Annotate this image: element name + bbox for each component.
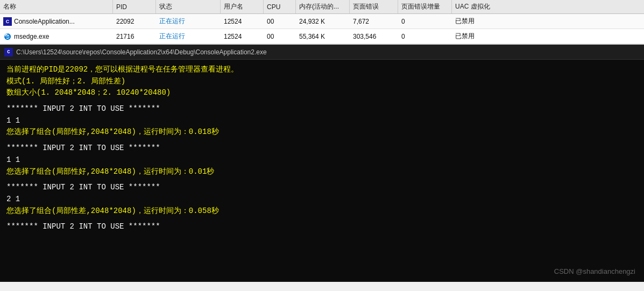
col-cpu[interactable]: CPU	[264, 0, 296, 13]
console-line	[6, 99, 638, 103]
cell-memory: 55,364 K	[296, 29, 350, 44]
console-titlebar-icon: C	[4, 48, 13, 56]
cell-process-name: msedge.exe	[0, 29, 113, 44]
console-line: 您选择了组合(局部性好,2048*2048)，运行时间为：0.01秒	[6, 166, 638, 178]
cell-status: 正在运行	[156, 29, 221, 44]
console-line	[6, 138, 638, 143]
console-line: 1 1	[6, 154, 638, 166]
cell-username: 12524	[221, 29, 264, 44]
cell-page-fault: 7,672	[350, 14, 398, 29]
console-line: 2 1	[6, 194, 638, 205]
console-line: 您选择了组合(局部性差,2048*2048)，运行时间为：0.058秒	[6, 205, 638, 217]
cell-memory: 24,932 K	[296, 14, 350, 29]
console-line: 您选择了组合(局部性好,2048*2048)，运行时间为：0.018秒	[6, 126, 638, 138]
cell-page-fault: 303,546	[350, 29, 398, 44]
console-body: 当前进程的PID是22092，您可以根据进程号在任务管理器查看进程。模式(1. …	[0, 60, 644, 237]
cell-cpu: 00	[264, 14, 296, 29]
console-line: ******* INPUT 2 INT TO USE *******	[6, 182, 638, 194]
console-line	[6, 217, 638, 221]
col-name[interactable]: 名称	[0, 0, 113, 13]
cell-page-fault-delta: 0	[398, 29, 452, 44]
cell-uac: 已禁用	[452, 14, 495, 29]
console-titlebar: C C:\Users\12524\source\repos\ConsoleApp…	[0, 45, 644, 60]
col-status[interactable]: 状态	[156, 0, 221, 13]
console-line: 当前进程的PID是22092，您可以根据进程号在任务管理器查看进程。	[6, 64, 638, 76]
col-page-fault[interactable]: 页面错误	[350, 0, 398, 13]
table-row[interactable]: C ConsoleApplication... 22092 正在运行 12524…	[0, 14, 644, 29]
table-row[interactable]: msedge.exe 21716 正在运行 12524 00 55,364 K …	[0, 29, 644, 44]
col-memory[interactable]: 内存(活动的...	[296, 0, 350, 13]
console-line: 模式(1. 局部性好；2. 局部性差)	[6, 76, 638, 88]
console-app-icon: C	[3, 17, 12, 26]
cell-page-fault-delta: 0	[398, 14, 452, 29]
cell-status: 正在运行	[156, 14, 221, 29]
col-pid[interactable]: PID	[113, 0, 156, 13]
table-header-row: 名称 PID 状态 用户名 CPU 内存(活动的... 页面错误 页面错误增量 …	[0, 0, 644, 14]
col-uac[interactable]: UAC 虚拟化	[452, 0, 495, 13]
console-window: C C:\Users\12524\source\repos\ConsoleApp…	[0, 45, 644, 282]
col-page-fault-delta[interactable]: 页面错误增量	[398, 0, 452, 13]
cell-pid: 22092	[113, 14, 156, 29]
console-line	[6, 178, 638, 182]
cell-process-name: C ConsoleApplication...	[0, 14, 113, 29]
cell-pid: 21716	[113, 29, 156, 44]
svg-point-0	[4, 33, 11, 39]
console-line: ******* INPUT 2 INT TO USE *******	[6, 143, 638, 154]
edge-app-icon	[3, 32, 12, 41]
task-manager-table: 名称 PID 状态 用户名 CPU 内存(活动的... 页面错误 页面错误增量 …	[0, 0, 644, 45]
console-line: 数组大小(1. 2048*2048；2. 10240*20480)	[6, 87, 638, 99]
console-line: ******* INPUT 2 INT TO USE *******	[6, 221, 638, 233]
cell-cpu: 00	[264, 29, 296, 44]
watermark: CSDN @shandianchengzi	[554, 267, 635, 275]
col-username[interactable]: 用户名	[221, 0, 264, 13]
cell-username: 12524	[221, 14, 264, 29]
console-title-text: C:\Users\12524\source\repos\ConsoleAppli…	[16, 48, 267, 56]
console-line: ******* INPUT 2 INT TO USE *******	[6, 103, 638, 115]
console-line: 1 1	[6, 115, 638, 127]
cell-uac: 已禁用	[452, 29, 495, 44]
